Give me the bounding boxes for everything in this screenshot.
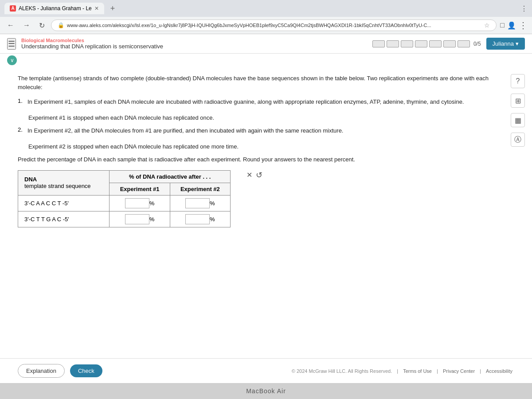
table-row: 3'-C A A C C T -5' % % (18, 195, 231, 211)
progress-box-6 (443, 40, 456, 47)
exp1-input-cell-1[interactable]: % (110, 195, 170, 211)
progress-box-2 (387, 40, 399, 47)
footer-privacy[interactable]: Privacy Center (443, 368, 475, 374)
col-pct-header: % of DNA radioactive after . . . (110, 170, 231, 183)
experiment2-item: 2. In Experiment #2, all the DNA molecul… (18, 126, 505, 139)
forward-button[interactable]: → (20, 20, 33, 30)
col-exp1-header: Experiment #1 (110, 183, 170, 195)
table-button[interactable]: ⊞ (511, 94, 525, 108)
browser-tab[interactable]: A ALEKS - Julianna Graham - Le ✕ (4, 3, 104, 14)
progress-box-5 (429, 40, 442, 47)
experiment1-number: 1. (18, 98, 24, 110)
instructions: 1. In Experiment #1, samples of each DNA… (18, 98, 505, 151)
user-menu-button[interactable]: Julianna ▾ (486, 38, 525, 50)
col-dna-header: DNA template strand sequence (18, 170, 110, 195)
footer-terms[interactable]: Terms of Use (403, 368, 432, 374)
progress-box-1 (372, 40, 385, 47)
browser-controls: ← → ↻ 🔒 www-awu.aleks.com/alekscgi/x/lsl… (0, 17, 532, 34)
footer-links: © 2024 McGraw Hill LLC. All Rights Reser… (290, 368, 514, 374)
accessibility-button[interactable]: Ⓐ (511, 133, 525, 147)
progress-box-3 (401, 40, 413, 47)
profile-icon[interactable]: 👤 (507, 21, 516, 30)
experiment1-sub: Experiment #1 is stopped when each DNA m… (28, 113, 505, 122)
experiment1-item: 1. In Experiment #1, samples of each DNA… (18, 98, 505, 110)
progress-box-4 (415, 40, 427, 47)
experiment2-number: 2. (18, 126, 24, 139)
breadcrumb: Biological Macromolecules (21, 38, 367, 43)
table-container: DNA template strand sequence % of DNA ra… (18, 170, 505, 236)
table-actions: ✕ ↺ (246, 170, 262, 180)
refresh-button[interactable]: ↻ (36, 20, 47, 31)
dna-sequence-1: 3'-C A A C C T -5' (18, 195, 110, 211)
explanation-button[interactable]: Explanation (18, 364, 65, 378)
bottom-bar: Explanation Check © 2024 McGraw Hill LLC… (0, 358, 532, 383)
main-content: ? ⊞ ▦ Ⓐ The template (antisense) strands… (0, 67, 532, 358)
pct-label-1: % (149, 200, 155, 207)
exp2-input-1[interactable] (185, 198, 210, 208)
check-button[interactable]: Check (70, 364, 102, 377)
undo-button[interactable]: ↺ (256, 170, 262, 180)
sidebar-icons: ? ⊞ ▦ Ⓐ (511, 74, 525, 147)
progress-boxes (372, 40, 470, 47)
browser-menu-dots[interactable]: ⋮ (519, 20, 528, 31)
header-info: Biological Macromolecules Understanding … (21, 38, 367, 50)
help-button[interactable]: ? (511, 74, 525, 88)
tab-favicon: A (10, 5, 16, 12)
progress-container: 0/5 (372, 40, 481, 47)
pct-label-2: % (210, 200, 215, 207)
intro-paragraph: The template (antisense) strands of two … (18, 74, 505, 91)
experiment2-text: In Experiment #2, all the DNA molecules … (27, 126, 344, 135)
clear-button[interactable]: ✕ (246, 171, 252, 179)
tab-close-button[interactable]: ✕ (94, 5, 99, 12)
pct-label-3: % (149, 216, 155, 223)
exp2-input-cell-2[interactable]: % (170, 211, 230, 227)
address-text: www-awu.aleks.com/alekscgi/x/lsl.exe/1o_… (67, 23, 481, 28)
dna-sequence-2: 3'-C T T G A C -5' (18, 211, 110, 227)
browser-chrome: A ALEKS - Julianna Graham - Le ✕ + ⋮ ← →… (0, 0, 532, 34)
exp1-input-2[interactable] (125, 214, 149, 224)
page-wrapper: ☰ Biological Macromolecules Understandin… (0, 34, 532, 383)
address-bar[interactable]: 🔒 www-awu.aleks.com/alekscgi/x/lsl.exe/1… (51, 20, 497, 31)
aleks-header: ☰ Biological Macromolecules Understandin… (0, 34, 532, 54)
collapse-row: ∨ (0, 54, 532, 67)
user-dropdown-icon: ▾ (516, 40, 519, 47)
browser-menu-button[interactable]: ⋮ (520, 4, 528, 13)
bookmark-icon[interactable]: ☆ (484, 22, 490, 29)
progress-box-7 (458, 40, 470, 47)
user-name: Julianna (493, 40, 514, 47)
tab-title: ALEKS - Julianna Graham - Le (19, 5, 92, 12)
pct-label-4: % (210, 216, 215, 223)
browser-titlebar: A ALEKS - Julianna Graham - Le ✕ + ⋮ (0, 0, 532, 17)
browser-actions: □ 👤 ⋮ (500, 20, 528, 31)
new-tab-button[interactable]: + (108, 4, 118, 13)
chart-button[interactable]: ▦ (511, 113, 525, 127)
experiment1-text: In Experiment #1, samples of each DNA mo… (27, 98, 464, 106)
data-table: DNA template strand sequence % of DNA ra… (18, 170, 231, 227)
exp1-input-1[interactable] (125, 198, 149, 208)
footer-separator-2: | (437, 368, 438, 374)
macbook-label: MacBook Air (0, 383, 532, 399)
footer-separator-1: | (397, 368, 398, 374)
page-title: Understanding that DNA replication is se… (21, 43, 367, 50)
footer-accessibility[interactable]: Accessibility (486, 368, 512, 374)
extensions-icon[interactable]: □ (500, 21, 505, 29)
exp2-input-2[interactable] (185, 214, 210, 224)
footer-copyright: © 2024 McGraw Hill LLC. All Rights Reser… (292, 368, 392, 374)
experiment2-sub: Experiment #2 is stopped when each DNA m… (28, 142, 505, 151)
back-button[interactable]: ← (4, 20, 17, 30)
exp1-input-cell-2[interactable]: % (110, 211, 170, 227)
col-exp2-header: Experiment #2 (170, 183, 230, 195)
table-row: 3'-C T T G A C -5' % % (18, 211, 231, 227)
collapse-button[interactable]: ∨ (7, 55, 17, 65)
predict-text: Predict the percentage of DNA in each sa… (18, 155, 505, 164)
progress-label: 0/5 (473, 41, 481, 47)
exp2-input-cell-1[interactable]: % (170, 195, 230, 211)
footer-separator-3: | (480, 368, 481, 374)
hamburger-menu[interactable]: ☰ (7, 38, 16, 50)
